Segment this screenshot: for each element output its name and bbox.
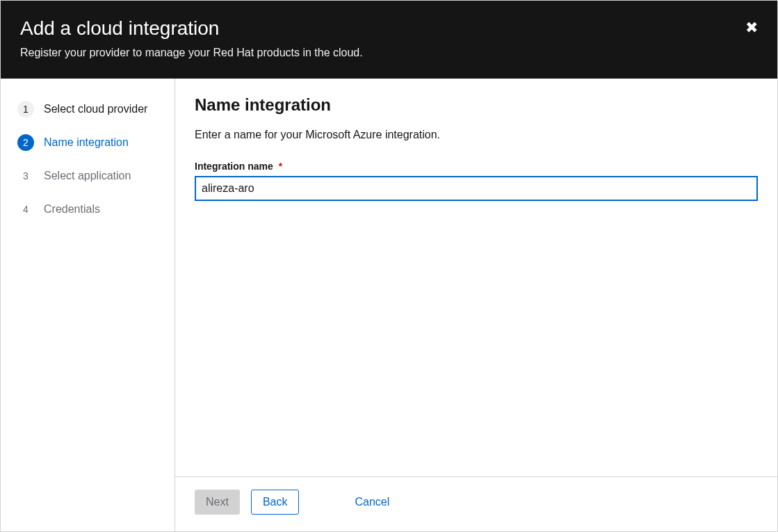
add-cloud-integration-modal: Add a cloud integration Register your pr… [0,0,778,532]
step-content: Name integration Enter a name for your M… [175,79,777,476]
step-label: Select cloud provider [44,103,147,115]
next-button[interactable]: Next [195,490,240,515]
step-label: Name integration [44,136,129,149]
cancel-button[interactable]: Cancel [343,490,400,515]
step-description: Enter a name for your Microsoft Azure in… [195,129,758,141]
step-label: Credentials [44,203,100,216]
step-select-cloud-provider[interactable]: 1 Select cloud provider [17,95,163,123]
modal-header: Add a cloud integration Register your pr… [1,1,777,79]
integration-name-input[interactable] [195,176,758,201]
step-credentials[interactable]: 4 Credentials [17,195,163,223]
modal-subtitle: Register your provider to manage your Re… [20,47,758,59]
step-number: 4 [17,201,34,218]
modal-body: 1 Select cloud provider 2 Name integrati… [1,79,777,531]
wizard-moin: Name integration Enter a name for your M… [175,79,777,531]
required-indicator: * [279,161,282,172]
step-select-application[interactable]: 3 Select application [17,162,163,190]
step-number: 2 [17,134,34,151]
wizard-footer: Next Back Cancel [175,476,777,531]
field-label-text: Integration name [195,161,273,172]
step-number: 3 [17,168,34,184]
step-heading: Name integration [195,95,758,115]
close-button[interactable]: ✖ [745,20,758,35]
step-label: Select application [44,170,131,182]
integration-name-label: Integration name * [195,161,758,172]
step-name-integration[interactable]: 2 Name integration [17,129,163,156]
wizard-steps-sidebar: 1 Select cloud provider 2 Name integrati… [1,79,175,531]
step-number: 1 [17,101,34,118]
modal-title: Add a cloud integration [20,17,758,40]
back-button[interactable]: Back [251,490,300,515]
close-icon: ✖ [745,19,758,36]
